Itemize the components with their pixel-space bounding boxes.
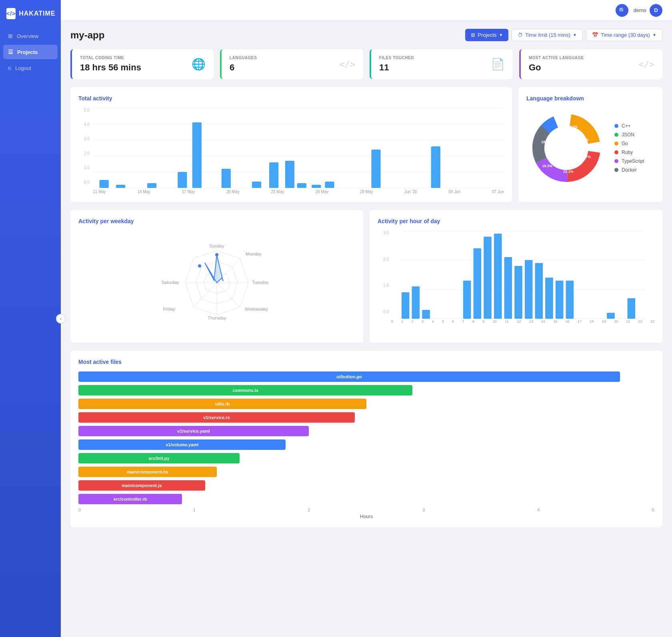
weekday-activity-card: Activity per weekday: [70, 210, 363, 343]
stat-label-1: LANGUAGES: [230, 56, 257, 60]
stat-value-3: Go: [529, 62, 584, 73]
y-axis-total: 5.04.03.02.01.00.0: [78, 108, 90, 194]
legend-go: Go: [614, 141, 644, 146]
file-bar-3: v1/service.rs: [78, 412, 355, 423]
time-range-icon: 📅: [592, 32, 598, 38]
time-range-button[interactable]: 📅 Time range (30 days) ▼: [586, 29, 662, 41]
svg-rect-71: [545, 278, 553, 319]
hourly-title: Activity per hour of day: [378, 218, 654, 224]
svg-text:22.2%: 22.2%: [563, 170, 574, 174]
sidebar-collapse-button[interactable]: ‹: [56, 314, 66, 323]
file-icon: 📄: [491, 58, 505, 71]
projects-btn-label: Projects: [478, 32, 496, 38]
stat-label-2: FILES TOUCHED: [379, 56, 414, 60]
file-bar-8: main/component.js: [78, 480, 205, 491]
donut-container: 18.7% 4.2% 19.7% 22.2% 18.3% 18.8% C++: [526, 108, 654, 188]
language-breakdown-card: Language breakdown: [518, 87, 662, 202]
hourly-chart: [391, 231, 654, 319]
hourly-bars-container: 01234567891011121314151617181920212223: [391, 231, 654, 323]
stat-card-content-1: LANGUAGES 6: [230, 56, 257, 73]
svg-rect-9: [178, 172, 187, 188]
sidebar-item-logout[interactable]: ⎋ Logout: [3, 61, 58, 75]
svg-rect-8: [147, 183, 156, 188]
app-name: HAKATIME: [19, 10, 55, 17]
legend-ruby: Ruby: [614, 150, 644, 155]
sidebar-nav: ⊞ Overview ☰ Projects ⎋ Logout: [0, 29, 61, 75]
stat-value-2: 11: [379, 62, 414, 73]
file-row-9: src/controller.rb: [78, 494, 654, 504]
legend-dot-cpp: [614, 124, 618, 128]
files-bars: ui/button.go commons.ts utils.rb v1/serv…: [78, 371, 654, 519]
search-button[interactable]: 🔍: [616, 4, 628, 17]
legend-label-ts: TypeScript: [622, 158, 644, 164]
svg-text:Tuesday: Tuesday: [252, 280, 269, 285]
user-info: demo D: [633, 4, 662, 17]
svg-text:Monday: Monday: [246, 252, 262, 256]
time-limit-icon: ⏱: [518, 32, 523, 38]
x-axis-total: 11 May14 May17 May20 May23 May26 May29 M…: [93, 190, 504, 194]
username: demo: [633, 7, 646, 13]
file-bar-9: src/controller.rb: [78, 494, 182, 504]
svg-rect-16: [312, 185, 321, 188]
svg-rect-68: [514, 266, 522, 319]
file-bar-6: src/init.py: [78, 453, 240, 463]
svg-rect-11: [222, 169, 231, 188]
logout-icon: ⎋: [8, 65, 11, 71]
svg-rect-17: [325, 182, 334, 188]
stat-card-coding-time: TOTAL CODING TIME 18 hrs 56 mins 🌐: [70, 49, 214, 79]
svg-text:Saturday: Saturday: [162, 280, 180, 285]
projects-button[interactable]: ⊞ Projects ▼: [465, 29, 508, 41]
radar-svg: Sunday Monday Tuesday Wednesday Thursday…: [149, 231, 285, 335]
avatar: D: [650, 4, 662, 17]
files-x-axis: 012345: [78, 507, 654, 512]
legend-typescript: TypeScript: [614, 158, 644, 164]
y-axis-hourly: 3.02.01.00.0: [378, 231, 389, 323]
legend-dot-ts: [614, 159, 618, 163]
donut-chart-svg: 18.7% 4.2% 19.7% 22.2% 18.3% 18.8%: [526, 108, 606, 188]
legend-json: JSON: [614, 132, 644, 138]
hourly-svg: [391, 231, 654, 319]
sidebar: </> HAKATIME ⊞ Overview ☰ Projects ⎋ Log…: [0, 0, 61, 637]
file-row-5: v1/volume.yaml: [78, 439, 654, 450]
file-bar-4: v1/service.yaml: [78, 426, 309, 436]
file-bar-7: main/component.hx: [78, 467, 217, 477]
svg-text:Thursday: Thursday: [208, 316, 226, 320]
file-bar-5: v1/volume.yaml: [78, 439, 286, 450]
page-header: my-app ⊞ Projects ▼ ⏱ Time limit (15 min…: [70, 29, 662, 41]
svg-rect-18: [371, 150, 380, 188]
activity-svg: [93, 108, 504, 188]
projects-btn-arrow: ▼: [499, 33, 503, 37]
svg-text:19.7%: 19.7%: [580, 155, 591, 159]
file-row-2: utils.rb: [78, 399, 654, 409]
sidebar-item-overview[interactable]: ⊞ Overview: [3, 29, 58, 43]
page-title: my-app: [70, 30, 104, 41]
code-icon-1: </>: [339, 59, 355, 69]
topbar: 🔍 demo D: [61, 0, 672, 21]
radar-chart-container: Sunday Monday Tuesday Wednesday Thursday…: [78, 231, 355, 335]
legend-dot-json: [614, 133, 618, 137]
sidebar-logo: </> HAKATIME: [0, 0, 61, 29]
charts-row-1: Total activity 5.04.03.02.01.00.0: [70, 87, 662, 202]
svg-rect-70: [535, 263, 543, 319]
stat-card-content-3: MOST ACTIVE LANGUAGE Go: [529, 56, 584, 73]
stat-card-language: MOST ACTIVE LANGUAGE Go </>: [519, 49, 662, 79]
svg-rect-77: [607, 313, 615, 319]
svg-rect-13: [269, 162, 278, 188]
svg-rect-73: [566, 281, 574, 319]
stat-label-0: TOTAL CODING TIME: [80, 56, 141, 60]
svg-rect-58: [412, 286, 420, 319]
svg-rect-69: [525, 260, 533, 319]
legend-label-go: Go: [622, 141, 628, 146]
sidebar-item-projects[interactable]: ☰ Projects: [3, 45, 58, 59]
stat-label-3: MOST ACTIVE LANGUAGE: [529, 56, 584, 60]
time-range-label: Time range (30 days): [601, 32, 650, 38]
svg-rect-64: [474, 248, 482, 319]
time-limit-button[interactable]: ⏱ Time limit (15 mins) ▼: [512, 29, 583, 41]
file-bar-0: ui/button.go: [78, 371, 620, 382]
code-icon-2: </>: [638, 59, 654, 69]
file-row-1: commons.ts: [78, 385, 654, 395]
projects-btn-icon: ⊞: [471, 32, 475, 38]
header-buttons: ⊞ Projects ▼ ⏱ Time limit (15 mins) ▼ 📅 …: [465, 29, 662, 41]
svg-rect-14: [285, 161, 294, 188]
svg-text:Friday: Friday: [163, 307, 175, 312]
